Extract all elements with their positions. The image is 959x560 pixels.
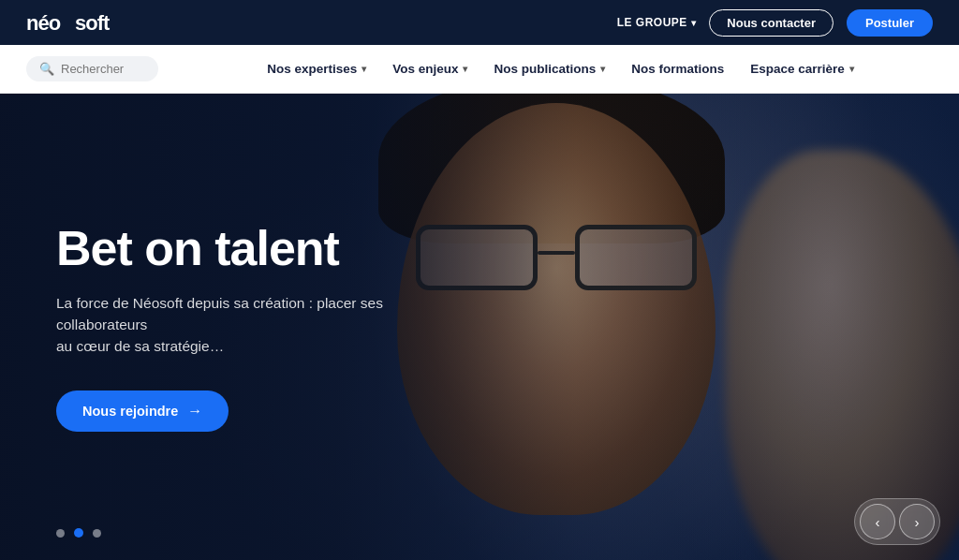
svg-text:néo: néo (26, 11, 61, 35)
next-slide-button[interactable]: › (899, 504, 935, 539)
hero-content: Bet on talent La force de Néosoft depuis… (0, 222, 524, 433)
nav-item-enjeux[interactable]: Vos enjeux ▾ (381, 56, 479, 81)
search-icon: 🔍 (39, 62, 54, 76)
postuler-button[interactable]: Postuler (847, 9, 933, 37)
next-arrow-icon: › (915, 514, 920, 530)
nav-item-formations-label: Nos formations (631, 62, 724, 76)
hero-dots (56, 528, 101, 538)
nav-item-enjeux-label: Vos enjeux (392, 62, 458, 76)
nav-item-expertises[interactable]: Nos expertises ▾ (256, 56, 377, 81)
nav-items: Nos expertises ▾ Vos enjeux ▾ Nos public… (188, 56, 933, 81)
search-input[interactable] (61, 62, 145, 76)
nav-item-enjeux-chevron-icon: ▾ (463, 64, 467, 74)
top-right-actions: LE GROUPE ▾ Nous contacter Postuler (617, 9, 933, 37)
rejoindre-button[interactable]: Nous rejoindre → (56, 391, 229, 432)
arrows-container: ‹ › (854, 498, 940, 545)
slide-dot-1[interactable] (56, 529, 65, 538)
nav-bar: 🔍 Nos expertises ▾ Vos enjeux ▾ Nos publ… (0, 45, 959, 94)
logo[interactable]: néo soft (26, 9, 148, 36)
nav-item-formations[interactable]: Nos formations (620, 56, 735, 81)
svg-text:soft: soft (75, 11, 111, 35)
rejoindre-label: Nous rejoindre (82, 404, 178, 419)
le-groupe-menu[interactable]: LE GROUPE ▾ (617, 16, 697, 29)
prev-slide-button[interactable]: ‹ (860, 504, 895, 539)
nav-item-expertises-label: Nos expertises (267, 62, 357, 76)
rejoindre-arrow-icon: → (187, 403, 202, 420)
nav-item-expertises-chevron-icon: ▾ (361, 64, 366, 74)
search-box[interactable]: 🔍 (26, 56, 158, 81)
top-bar: néo soft LE GROUPE ▾ Nous contacter Post… (0, 0, 959, 45)
hero-subtitle: La force de Néosoft depuis sa création :… (56, 292, 468, 358)
nav-item-publications[interactable]: Nos publications ▾ (482, 56, 616, 81)
nav-item-carriere-label: Espace carrière (750, 62, 845, 76)
nav-item-publications-chevron-icon: ▾ (600, 64, 605, 74)
nav-item-carriere-chevron-icon: ▾ (849, 64, 854, 74)
hero-arrows: ‹ › (854, 498, 940, 545)
le-groupe-label: LE GROUPE (617, 16, 687, 29)
prev-arrow-icon: ‹ (876, 514, 880, 530)
le-groupe-chevron-icon: ▾ (691, 18, 697, 28)
slide-dot-2[interactable] (74, 528, 83, 538)
contact-button[interactable]: Nous contacter (709, 9, 834, 37)
slide-dot-3[interactable] (93, 529, 101, 538)
hero-section: Bet on talent La force de Néosoft depuis… (0, 94, 959, 560)
nav-item-carriere[interactable]: Espace carrière ▾ (739, 56, 865, 81)
nav-item-publications-label: Nos publications (494, 62, 596, 76)
hero-title: Bet on talent (56, 222, 468, 275)
